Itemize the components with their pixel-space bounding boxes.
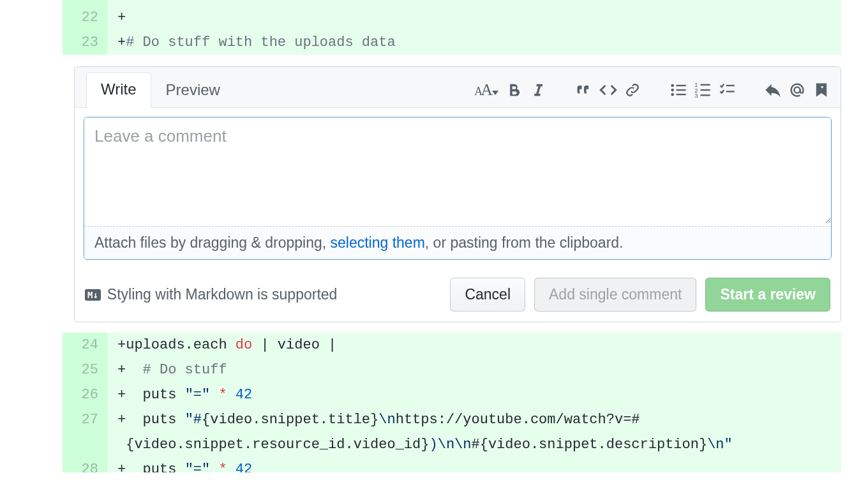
start-review-button[interactable]: Start a review [705, 278, 830, 312]
inline-comment-form: Write Preview AA 123 [74, 66, 841, 322]
bold-icon[interactable] [505, 81, 523, 99]
line-content: {video.snippet.resource_id.video_id})\n\… [107, 432, 841, 457]
diff-line: 27+ puts "#{video.snippet.title}\nhttps:… [63, 407, 841, 432]
markdown-hint-text: Styling with Markdown is supported [107, 286, 338, 303]
formatting-toolbar: AA 123 [450, 81, 830, 99]
line-content: + puts "=" * 42 [107, 457, 841, 472]
comment-footer: M↓ Styling with Markdown is supported Ca… [75, 269, 841, 322]
svg-rect-5 [677, 93, 686, 94]
cancel-button[interactable]: Cancel [450, 278, 525, 312]
line-content: + # Do stuff [107, 357, 841, 382]
diff-line: 25+ # Do stuff [63, 357, 841, 382]
link-icon[interactable] [624, 81, 641, 99]
line-number [63, 0, 107, 5]
diff-line: 28+ puts "=" * 42 [63, 457, 841, 472]
select-files-link[interactable]: selecting them [331, 234, 425, 251]
comment-textarea[interactable] [84, 117, 831, 223]
ordered-list-icon[interactable]: 123 [694, 81, 712, 99]
line-content: +uploads.each do | video | [107, 333, 841, 357]
line-number: 23 [63, 30, 107, 55]
svg-rect-9 [701, 84, 710, 85]
textarea-wrap: Attach files by dragging & dropping, sel… [84, 117, 832, 260]
comment-tabs: Write Preview AA 123 [75, 67, 841, 108]
svg-rect-10 [701, 89, 710, 90]
svg-point-0 [671, 84, 674, 87]
mention-icon[interactable] [788, 81, 806, 99]
markdown-badge-icon: M↓ [85, 289, 101, 301]
text-size-icon[interactable]: AA [474, 81, 498, 99]
comment-body: Attach files by dragging & dropping, sel… [75, 108, 841, 269]
diff-container: end 22 + 23 +# Do stuff with the uploads… [63, 0, 841, 472]
svg-rect-4 [677, 89, 686, 90]
line-number: 25 [63, 357, 107, 382]
line-content: + puts "=" * 42 [107, 382, 841, 407]
line-content: end [107, 0, 841, 5]
svg-point-2 [671, 93, 674, 96]
line-content: +# Do stuff with the uploads data [107, 30, 841, 55]
line-number [63, 432, 107, 457]
tab-write[interactable]: Write [86, 72, 151, 108]
attachment-hint[interactable]: Attach files by dragging & dropping, sel… [84, 226, 831, 259]
svg-point-1 [671, 88, 674, 91]
line-content: + puts "#{video.snippet.title}\nhttps://… [107, 407, 841, 432]
unordered-list-icon[interactable] [670, 81, 687, 99]
diff-line: 24+uploads.each do | video | [63, 333, 841, 357]
diff-line: 26+ puts "=" * 42 [63, 382, 841, 407]
task-list-icon[interactable] [718, 81, 736, 99]
code-icon[interactable] [599, 81, 617, 99]
markdown-hint[interactable]: M↓ Styling with Markdown is supported [85, 286, 337, 303]
svg-rect-12 [726, 84, 735, 86]
italic-icon[interactable] [529, 81, 547, 99]
line-number: 22 [63, 5, 107, 30]
line-content: + [107, 5, 841, 30]
svg-point-14 [794, 87, 800, 93]
bookmark-reference-icon[interactable] [812, 81, 830, 99]
svg-rect-3 [677, 84, 686, 86]
line-number: 27 [63, 407, 107, 432]
reply-icon[interactable] [764, 81, 782, 99]
line-number: 28 [63, 457, 107, 472]
line-number: 26 [63, 382, 107, 407]
line-number: 24 [63, 333, 107, 357]
diff-line: end [63, 0, 841, 5]
diff-line: {video.snippet.resource_id.video_id})\n\… [63, 432, 841, 457]
quote-icon[interactable] [575, 81, 593, 99]
add-single-comment-button[interactable]: Add single comment [534, 278, 696, 312]
svg-rect-11 [701, 94, 710, 96]
diff-line: 23 +# Do stuff with the uploads data [63, 30, 841, 55]
svg-rect-13 [726, 91, 735, 92]
tab-preview[interactable]: Preview [151, 73, 235, 108]
diff-line: 22 + [63, 5, 841, 30]
svg-text:3: 3 [694, 92, 698, 98]
